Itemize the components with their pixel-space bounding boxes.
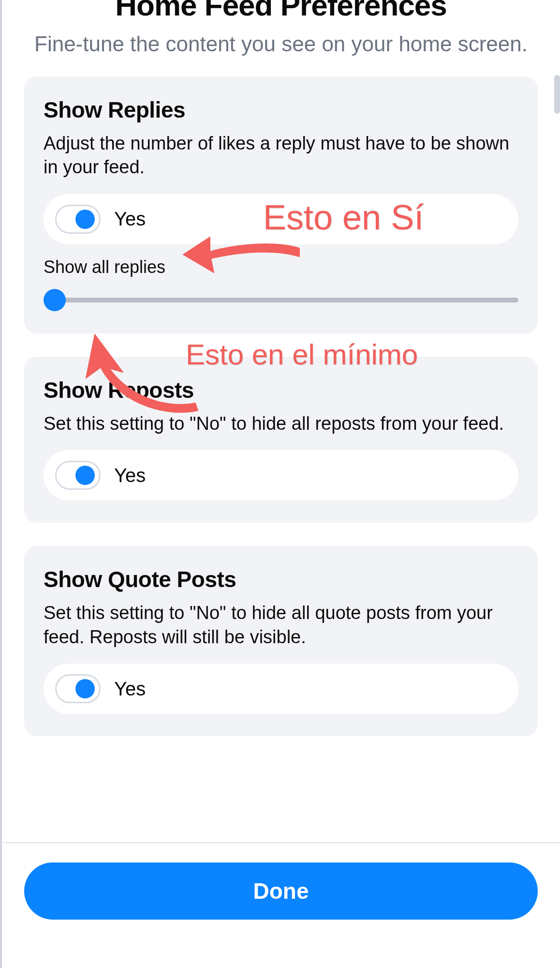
done-button[interactable]: Done [24, 862, 538, 920]
toggle-knob-icon [75, 679, 95, 698]
show-reposts-toggle-row[interactable]: Yes [44, 450, 518, 500]
show-quote-posts-toggle-label: Yes [114, 678, 146, 700]
show-reposts-description: Set this setting to "No" to hide all rep… [44, 412, 518, 436]
show-quote-posts-title: Show Quote Posts [44, 566, 518, 592]
card-show-quote-posts: Show Quote Posts Set this setting to "No… [24, 546, 538, 736]
card-show-reposts: Show Reposts Set this setting to "No" to… [24, 357, 538, 523]
slider-thumb-icon[interactable] [44, 289, 66, 311]
show-quote-posts-toggle[interactable] [55, 674, 101, 703]
show-replies-slider-label: Show all replies [44, 257, 518, 277]
page-subtitle: Fine-tune the content you see on your ho… [31, 30, 531, 57]
show-reposts-title: Show Reposts [44, 377, 518, 403]
toggle-knob-icon [75, 466, 95, 485]
modal-footer: Done [2, 842, 560, 968]
show-replies-description: Adjust the number of likes a reply must … [44, 132, 518, 180]
slider-track [53, 298, 518, 302]
settings-modal: Home Feed Preferences Fine-tune the cont… [0, 0, 560, 968]
card-show-replies: Show Replies Adjust the number of likes … [24, 76, 538, 333]
show-replies-toggle-label: Yes [114, 208, 146, 230]
show-replies-title: Show Replies [44, 97, 518, 123]
settings-content: Show Replies Adjust the number of likes … [2, 57, 560, 769]
show-replies-toggle-row[interactable]: Yes [44, 194, 518, 244]
page-title: Home Feed Preferences [31, 0, 531, 21]
show-reposts-toggle[interactable] [55, 461, 101, 490]
toggle-knob-icon [75, 210, 95, 229]
modal-header: Home Feed Preferences Fine-tune the cont… [2, 0, 560, 57]
show-replies-toggle[interactable] [55, 205, 101, 234]
show-replies-slider[interactable] [44, 289, 518, 311]
show-reposts-toggle-label: Yes [114, 465, 146, 486]
show-quote-posts-description: Set this setting to "No" to hide all quo… [44, 601, 518, 649]
show-quote-posts-toggle-row[interactable]: Yes [44, 664, 518, 714]
